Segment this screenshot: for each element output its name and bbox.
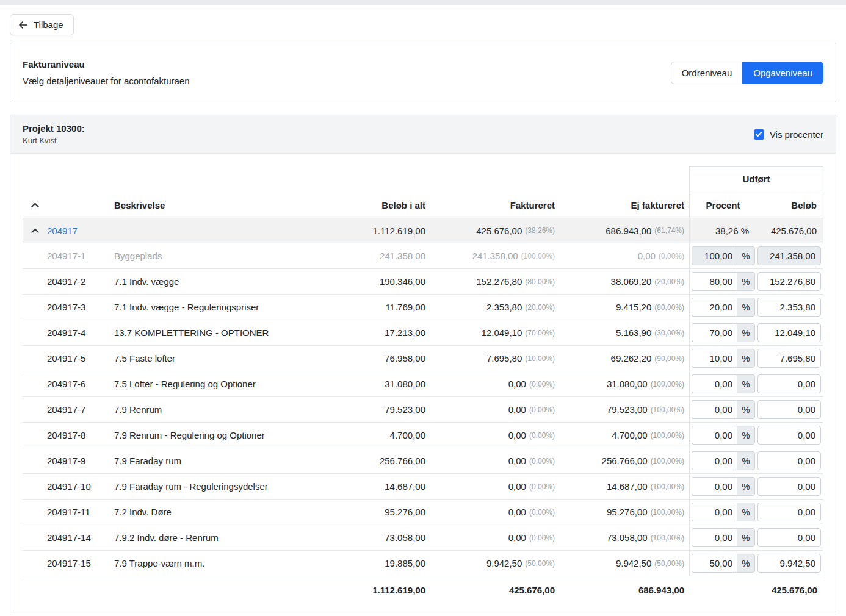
parent-invoiced-amount: 425.676,00 bbox=[476, 226, 522, 236]
level-button-opgaveniveau[interactable]: Opgaveniveau bbox=[742, 62, 823, 84]
percent-input[interactable] bbox=[692, 272, 737, 291]
task-not-invoiced-percent: (100,00%) bbox=[651, 431, 684, 440]
percent-suffix: % bbox=[737, 323, 755, 342]
amount-input[interactable] bbox=[757, 528, 821, 547]
amount-input[interactable] bbox=[757, 298, 821, 317]
table-body: 204917-1 Byggeplads 241.358,00 241.358,0… bbox=[23, 243, 823, 576]
task-description: 13.7 KOMPLETTERING - OPTIONER bbox=[114, 320, 327, 345]
amount-input[interactable] bbox=[757, 426, 821, 445]
chevron-up-icon bbox=[31, 226, 40, 235]
col-not-invoiced: Ej faktureret bbox=[560, 192, 689, 218]
task-description: 7.1 Indv. vægge bbox=[114, 269, 327, 294]
percent-input[interactable] bbox=[692, 400, 737, 419]
totals-amount: 425.676,00 bbox=[756, 576, 823, 603]
percent-input-group: % bbox=[692, 477, 755, 496]
order-link[interactable]: 204917 bbox=[47, 226, 78, 236]
task-not-invoiced-percent: (100,00%) bbox=[651, 380, 684, 389]
percent-input[interactable] bbox=[692, 349, 737, 368]
top-strip bbox=[0, 0, 846, 5]
table-row: 204917-8 7.9 Renrum - Regulering og Opti… bbox=[23, 423, 823, 448]
task-total: 190.346,00 bbox=[327, 269, 430, 294]
back-button[interactable]: Tilbage bbox=[10, 14, 74, 35]
percent-input-group: % bbox=[692, 503, 755, 521]
task-invoiced-amount: 152.276,80 bbox=[476, 276, 522, 287]
percent-input[interactable] bbox=[692, 477, 737, 496]
task-not-invoiced: 31.080,00 (100,00%) bbox=[560, 371, 689, 396]
task-total: 95.276,00 bbox=[327, 500, 430, 525]
percent-suffix: % bbox=[737, 374, 755, 393]
amount-input[interactable] bbox=[757, 349, 821, 368]
task-not-invoiced-amount: 4.700,00 bbox=[612, 430, 647, 440]
amount-input[interactable] bbox=[757, 374, 821, 393]
amount-input[interactable] bbox=[757, 272, 821, 291]
col-invoiced: Faktureret bbox=[430, 192, 560, 218]
task-invoiced-percent: (0,00%) bbox=[529, 534, 555, 542]
percent-input[interactable] bbox=[692, 451, 737, 470]
percent-suffix: % bbox=[737, 298, 755, 317]
task-id: 204917-1 bbox=[47, 243, 114, 268]
task-invoiced-amount: 241.358,00 bbox=[472, 251, 518, 261]
percent-input[interactable] bbox=[692, 374, 737, 393]
vis-procenter-checkbox[interactable] bbox=[754, 129, 764, 140]
invoice-table: Udført Beskrivelse Beløb i alt Fakturere… bbox=[10, 154, 836, 612]
task-total: 256.766,00 bbox=[327, 448, 430, 473]
amount-input[interactable] bbox=[757, 400, 821, 419]
amount-input[interactable] bbox=[757, 451, 821, 470]
invoice-level-title: Fakturaniveau bbox=[23, 59, 190, 70]
table-row: 204917-15 7.9 Trappe-værn m.m. 19.885,00… bbox=[23, 551, 823, 576]
amount-input[interactable] bbox=[757, 477, 821, 496]
task-invoiced: 0,00 (0,00%) bbox=[430, 397, 560, 422]
task-description: 7.9.2 Indv. døre - Renrum bbox=[114, 525, 327, 550]
parent-not-invoiced: 686.943,00 (61,74%) bbox=[560, 218, 689, 243]
percent-input[interactable] bbox=[692, 323, 737, 342]
project-card: Projekt 10300: Kurt Kvist Vis procenter … bbox=[10, 115, 836, 612]
task-invoiced-amount: 9.942,50 bbox=[486, 558, 522, 568]
percent-suffix: % bbox=[737, 400, 755, 419]
percent-suffix: % bbox=[737, 477, 755, 496]
task-not-invoiced-amount: 31.080,00 bbox=[607, 379, 648, 389]
task-invoiced: 2.353,80 (20,00%) bbox=[430, 295, 560, 320]
task-total: 73.058,00 bbox=[327, 525, 430, 550]
percent-input[interactable] bbox=[692, 554, 737, 573]
task-invoiced-percent: (0,00%) bbox=[529, 457, 555, 465]
percent-input-group: % bbox=[692, 400, 755, 419]
percent-suffix: % bbox=[737, 503, 755, 521]
task-invoiced-percent: (100,00%) bbox=[521, 252, 555, 260]
table-row: 204917-5 7.5 Faste lofter 76.958,00 7.69… bbox=[23, 346, 823, 371]
task-invoiced: 0,00 (0,00%) bbox=[430, 448, 560, 473]
invoice-level-card: Fakturaniveau Vælg detaljeniveauet for a… bbox=[10, 43, 836, 102]
task-total: 19.885,00 bbox=[327, 551, 430, 576]
percent-input[interactable] bbox=[692, 426, 737, 445]
collapse-all-button[interactable] bbox=[23, 192, 47, 218]
collapse-row-button[interactable] bbox=[23, 218, 47, 243]
task-invoiced-percent: (10,00%) bbox=[525, 354, 555, 363]
task-not-invoiced-amount: 95.276,00 bbox=[607, 507, 648, 517]
percent-input[interactable] bbox=[692, 528, 737, 547]
task-invoiced: 0,00 (0,00%) bbox=[430, 500, 560, 525]
page: Tilbage Fakturaniveau Vælg detaljeniveau… bbox=[0, 5, 846, 612]
table-row: 204917-10 7.9 Faraday rum - Reguleringsy… bbox=[23, 474, 823, 500]
task-not-invoiced-amount: 5.163,90 bbox=[616, 328, 651, 338]
amount-input[interactable] bbox=[757, 503, 821, 521]
task-not-invoiced: 73.058,00 (100,00%) bbox=[560, 525, 689, 550]
task-id: 204917-8 bbox=[47, 423, 114, 448]
task-invoiced-amount: 7.695,80 bbox=[486, 353, 522, 364]
task-invoiced-amount: 0,00 bbox=[508, 507, 526, 517]
percent-input[interactable] bbox=[692, 503, 737, 521]
parent-not-invoiced-amount: 686.943,00 bbox=[606, 226, 651, 236]
task-not-invoiced: 14.687,00 (100,00%) bbox=[560, 474, 689, 499]
show-percent-control[interactable]: Vis procenter bbox=[754, 129, 823, 140]
parent-invoiced: 425.676,00 (38,26%) bbox=[430, 218, 560, 243]
task-not-invoiced-percent: (30,00%) bbox=[654, 329, 684, 337]
level-button-ordreniveau[interactable]: Ordreniveau bbox=[671, 62, 743, 84]
back-arrow-icon bbox=[18, 20, 28, 30]
task-description: 7.9 Trappe-værn m.m. bbox=[114, 551, 327, 576]
task-not-invoiced-amount: 38.069,20 bbox=[611, 276, 652, 287]
task-id: 204917-4 bbox=[47, 320, 114, 345]
task-invoiced: 152.276,80 (80,00%) bbox=[430, 269, 560, 294]
amount-input[interactable] bbox=[757, 554, 821, 573]
percent-input[interactable] bbox=[692, 298, 737, 317]
task-id: 204917-15 bbox=[47, 551, 114, 576]
amount-input[interactable] bbox=[757, 323, 821, 342]
task-not-invoiced-percent: (100,00%) bbox=[651, 534, 684, 542]
